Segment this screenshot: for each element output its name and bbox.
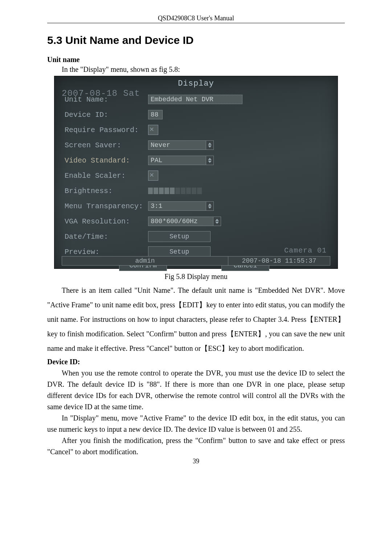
label-brightness: Brightness: bbox=[65, 187, 148, 195]
label-require-password: Require Password: bbox=[65, 126, 148, 134]
menu-transparency-spinner[interactable]: 3:1 bbox=[148, 201, 214, 211]
status-bar: admin 2007-08-18 11:55:37 bbox=[62, 256, 330, 266]
osd-camera-overlay: Camera 01 bbox=[284, 246, 327, 255]
spinner-arrows-icon[interactable] bbox=[206, 201, 214, 211]
label-video-standard: Video Standard: bbox=[65, 156, 148, 165]
section-title: 5.3 Unit Name and Device ID bbox=[47, 34, 345, 46]
device-id-heading: Device ID: bbox=[47, 358, 345, 366]
preview-setup-button[interactable]: Setup bbox=[148, 246, 211, 257]
date-time-setup-button[interactable]: Setup bbox=[148, 231, 211, 242]
page-number: 39 bbox=[47, 457, 345, 465]
vga-resolution-spinner[interactable]: 800*600/60Hz bbox=[148, 217, 221, 226]
spinner-arrows-icon[interactable] bbox=[213, 217, 221, 226]
status-timestamp: 2007-08-18 11:55:37 bbox=[228, 256, 330, 266]
vga-resolution-value: 800*600/60Hz bbox=[148, 217, 213, 226]
intro-line: In the "Display" menu, shown as fig 5.8: bbox=[47, 65, 345, 74]
screen-saver-value: Never bbox=[148, 140, 206, 150]
doc-header: QSD42908C8 User's Manual bbox=[47, 15, 345, 23]
label-screen-saver: Screen Saver: bbox=[65, 141, 148, 149]
paragraph-1: There is an item called "Unit Name". The… bbox=[47, 283, 345, 356]
spinner-arrows-icon[interactable] bbox=[206, 156, 214, 165]
enable-scaler-checkbox[interactable] bbox=[148, 171, 158, 181]
spinner-arrows-icon[interactable] bbox=[206, 140, 214, 150]
paragraph-2: When you use the remote control to opera… bbox=[47, 368, 345, 413]
status-user: admin bbox=[62, 256, 228, 266]
screen-saver-spinner[interactable]: Never bbox=[148, 140, 214, 150]
form-grid: Unit Name: Embedded Net DVR Device ID: 8… bbox=[54, 88, 338, 271]
label-device-id: Device ID: bbox=[65, 111, 148, 119]
unit-name-heading: Unit name bbox=[47, 56, 345, 64]
label-enable-scaler: Enable Scaler: bbox=[65, 172, 148, 180]
video-standard-value: PAL bbox=[148, 156, 206, 165]
osd-date-overlay: 2007-08-18 Sat bbox=[62, 89, 140, 98]
unit-name-input[interactable]: Embedded Net DVR bbox=[148, 95, 242, 104]
figure-caption: Fig 5.8 Display menu bbox=[47, 272, 345, 281]
label-date-time: Date/Time: bbox=[65, 233, 148, 241]
label-vga-resolution: VGA Resolution: bbox=[65, 217, 148, 226]
paragraph-4: After you finish the modification, press… bbox=[47, 435, 345, 457]
label-menu-transparency: Menu Transparency: bbox=[65, 202, 148, 210]
brightness-slider[interactable] bbox=[148, 187, 202, 194]
device-id-input[interactable]: 88 bbox=[148, 110, 163, 119]
label-preview: Preview: bbox=[65, 248, 148, 256]
display-menu-screenshot: 2007-08-18 Sat Camera 01 Display Unit Na… bbox=[54, 76, 338, 269]
video-standard-spinner[interactable]: PAL bbox=[148, 156, 214, 165]
menu-title: Display bbox=[54, 76, 338, 88]
paragraph-3: In "Display" menu, move "Active Frame" t… bbox=[47, 413, 345, 435]
menu-transparency-value: 3:1 bbox=[148, 201, 206, 211]
require-password-checkbox[interactable] bbox=[148, 125, 158, 135]
